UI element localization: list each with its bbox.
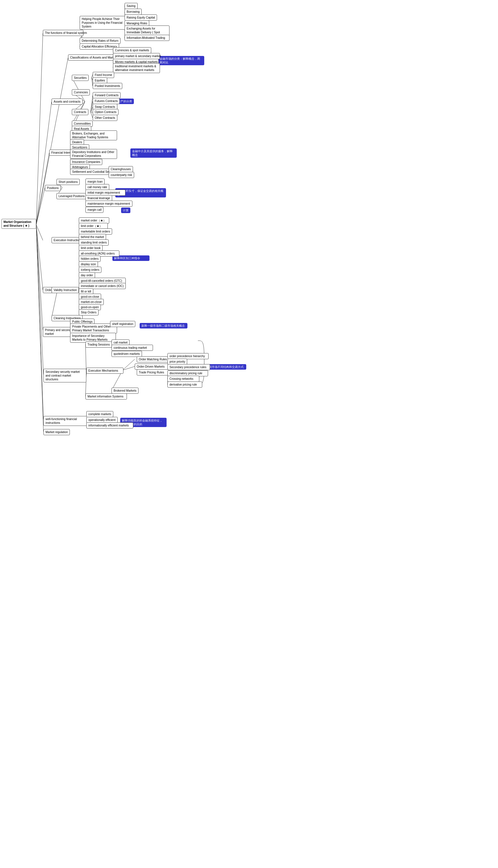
node-execution-mech: Execution Mechanisms: [86, 368, 123, 374]
node-limit-order: limit order（★）: [79, 223, 108, 229]
node-operationally-eff: operationally efficient: [86, 417, 118, 423]
node-marketable-limit: marketable limit orders: [79, 228, 112, 234]
node-display-size: display size: [79, 261, 98, 267]
node-standing-limit: standing limit orders: [79, 240, 109, 245]
node-informationally-eff: informationally efficient markets: [86, 422, 133, 429]
node-contracts: Contracts: [72, 109, 88, 115]
node-validity-instr: Validity Instruction: [52, 287, 79, 293]
node-functions: The functions of financial system: [43, 30, 83, 36]
node-initial-margin: initial margin requirement: [86, 190, 126, 196]
node-depository: Depository Institutions and Other Financ…: [70, 149, 117, 159]
highlight-h7: 新释一级市场和二级市场相关概念: [140, 323, 187, 329]
node-currencies-spot: Currencies & spot markets: [113, 47, 151, 53]
node-brokered-markets: Brokered Markets: [112, 387, 139, 394]
svg-line-84: [122, 359, 135, 370]
node-continuous-trading: continuous trading market: [112, 345, 153, 351]
node-determining-rates: Determining Rates of Return: [80, 38, 120, 44]
svg-line-10: [36, 225, 43, 432]
node-order-precedence: order precedence hierarchy: [168, 353, 209, 359]
svg-line-9: [36, 225, 43, 419]
node-secondary-precedence: Secondary precedence rules: [168, 364, 210, 370]
node-equities: Equities: [93, 77, 107, 84]
node-pooled-inv: Pooled Investments: [93, 83, 122, 89]
node-clearinghouses: Clearinghouses: [109, 166, 133, 172]
node-market-order: market order（★）: [79, 217, 109, 224]
node-forward: Forward Contracts: [93, 92, 120, 98]
node-trading-sessions: Trading Sessions: [86, 342, 112, 348]
node-market-info-sys: Market information Systems: [86, 393, 127, 399]
mindmap-container: Market Organization and Structure ( ★ ) …: [0, 0, 249, 868]
node-assets-contracts: Assets and contracts: [52, 99, 82, 105]
svg-line-5: [36, 225, 43, 240]
node-importance-secondary: Importance of Secondary Markets to Prima…: [70, 333, 116, 343]
svg-line-0: [36, 33, 43, 225]
node-stop-orders: Stop Orders: [79, 309, 99, 316]
node-classifications: Classifications of Assets and Markets: [68, 54, 114, 61]
node-secondary-market-struct: Secondary security market and contract m…: [43, 369, 86, 382]
node-currencies: Currencies: [72, 89, 90, 95]
svg-line-4: [36, 188, 45, 225]
highlight-h5: 计算: [121, 207, 130, 213]
node-order-driven: Order-Driven Markets: [135, 363, 169, 370]
node-futures: Futures Contracts: [93, 98, 120, 104]
highlight-h3: 金融中介及其提供的服务，解释概念: [130, 149, 177, 158]
svg-line-8: [36, 225, 43, 374]
node-fixed-income: Fixed Income: [93, 72, 114, 78]
node-raising-equity: Raising Equity Capital: [124, 14, 157, 21]
node-settlement: Settlement and Custodial Services: [70, 169, 115, 175]
highlight-h1: 金融市场的分类：解释概念，两两对比: [158, 56, 204, 65]
node-securities: Securities: [72, 75, 89, 81]
node-counterparty-risk: counterparty risk: [109, 172, 134, 178]
node-borrowing: Borrowing: [124, 9, 142, 15]
node-hidden-orders: hidden orders: [79, 256, 101, 262]
node-well-functioning: well-functioning financial instructions: [43, 416, 92, 426]
node-discriminatory-pricing: discriminatory pricing rule: [168, 370, 208, 376]
node-margin-loan: margin loan: [86, 179, 105, 185]
node-other-contracts: Other Contracts: [93, 115, 117, 121]
node-crossing-networks: Crossing networks: [168, 376, 199, 382]
node-short-positions: Short positions: [56, 179, 80, 185]
svg-line-2: [36, 102, 52, 225]
node-iceberg-orders: iceberg orders: [79, 267, 101, 273]
node-saving: Saving: [124, 3, 137, 9]
node-price-priority: price priority: [168, 359, 187, 365]
svg-line-73: [52, 290, 57, 318]
svg-line-33: [91, 101, 93, 112]
node-execution-instr: Execution Instruction: [52, 237, 82, 243]
svg-line-6: [36, 225, 43, 290]
node-immediate-cancel: immediate or cancel orders (IOC): [79, 283, 126, 289]
node-day-order: day order: [79, 272, 95, 278]
node-complete-markets: complete markets: [86, 411, 113, 417]
node-primary-secondary: primary market & secondary market: [113, 53, 160, 59]
node-financial-leverage: financial leverage: [86, 195, 112, 201]
node-info-motivated: Information-Motivated Trading: [124, 35, 169, 41]
svg-line-32: [91, 95, 93, 112]
node-call-money: call money rate: [86, 184, 109, 190]
node-traditional-invest: traditional investment markets & alterna…: [113, 63, 160, 73]
node-helping: Helping People Achieve Their Purposes in…: [80, 16, 126, 29]
node-shelf-registration: shelf registration: [110, 321, 135, 327]
node-behind-market: behind the market: [79, 234, 106, 240]
svg-line-85: [122, 367, 135, 370]
node-limit-order-book: limit order book: [79, 245, 103, 251]
svg-line-34: [91, 107, 93, 112]
node-market-regulation: Market regulation: [43, 429, 70, 435]
node-option: Option Contracts: [93, 109, 118, 115]
svg-line-7: [36, 225, 43, 330]
connector-lines: [0, 0, 249, 868]
node-quotedriven: quotedriven markets: [112, 351, 142, 357]
svg-line-36: [91, 112, 93, 118]
node-maintenance-margin: maintenance margin requirement: [86, 201, 132, 207]
node-derivative-pricing: derivative pricing rule: [168, 382, 202, 387]
node-trade-pricing: Trade Pricing Rules: [137, 369, 169, 375]
node-margin-call: margin call: [86, 207, 103, 213]
node-order-matching-rules: Order Matching Rules: [137, 356, 172, 362]
node-brokers: Brokers, Exchanges, and Alternative Trad…: [70, 130, 117, 140]
root-node: Market Organization and Structure ( ★ ): [1, 219, 36, 229]
svg-line-1: [36, 58, 68, 225]
node-positions: Positions: [45, 185, 61, 191]
